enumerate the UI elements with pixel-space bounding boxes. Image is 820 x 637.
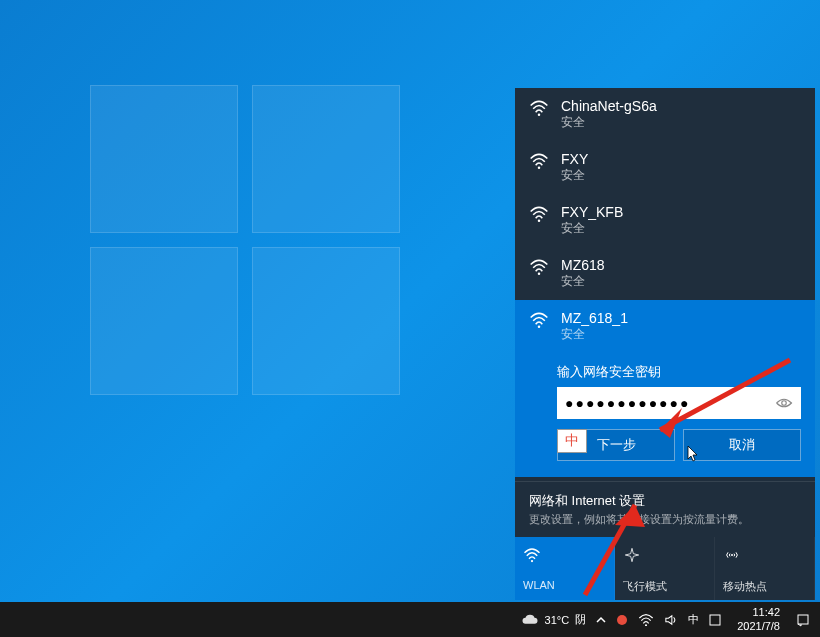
wifi-name: MZ_618_1 <box>561 310 628 326</box>
cloud-icon <box>521 613 539 627</box>
tile-label: WLAN <box>523 579 606 591</box>
system-tray: 31°C 阴 中 11:42 2021/7/8 <box>513 606 818 632</box>
wifi-status: 安全 <box>561 326 628 343</box>
svg-point-7 <box>731 554 733 556</box>
svg-point-6 <box>531 560 533 562</box>
reveal-password-icon[interactable] <box>775 397 793 409</box>
taskbar[interactable]: 31°C 阴 中 11:42 2021/7/8 <box>0 602 820 637</box>
wifi-icon <box>529 153 549 169</box>
cursor-icon <box>687 445 699 463</box>
ime-mode-icon[interactable] <box>709 614 721 626</box>
quick-tiles-row: WLAN 飞行模式 移动热点 <box>515 537 815 600</box>
wlan-tile[interactable]: WLAN <box>515 537 615 600</box>
clock-date: 2021/7/8 <box>737 620 780 633</box>
network-settings-link[interactable]: 网络和 Internet 设置 更改设置，例如将某连接设置为按流量计费。 <box>515 481 815 537</box>
wifi-tray-icon[interactable] <box>638 614 654 626</box>
volume-icon[interactable] <box>664 614 678 626</box>
weather-temp: 31°C <box>545 614 570 626</box>
connect-section: 输入网络安全密钥 ●●●●●●●●●●●● 中 下一步 取消 <box>515 353 815 477</box>
wifi-icon <box>529 206 549 222</box>
password-input[interactable]: ●●●●●●●●●●●● <box>557 387 801 419</box>
wifi-status: 安全 <box>561 167 588 184</box>
wifi-status: 安全 <box>561 273 605 290</box>
wifi-network-item[interactable]: MZ618 安全 <box>515 247 815 300</box>
wifi-status: 安全 <box>561 220 623 237</box>
wifi-name: ChinaNet-gS6a <box>561 98 657 114</box>
settings-title: 网络和 Internet 设置 <box>529 492 801 510</box>
svg-point-1 <box>538 166 541 169</box>
notification-center-icon[interactable] <box>796 613 810 627</box>
taskbar-clock[interactable]: 11:42 2021/7/8 <box>731 606 786 632</box>
clock-time: 11:42 <box>752 606 780 619</box>
windows-logo <box>90 85 400 395</box>
wifi-icon <box>529 100 549 116</box>
wifi-network-item[interactable]: FXY 安全 <box>515 141 815 194</box>
weather-condition: 阴 <box>575 612 586 627</box>
svg-point-13 <box>645 624 647 626</box>
wifi-flyout-panel: ChinaNet-gS6a 安全 FXY 安全 FXY_KFB 安全 MZ618… <box>515 88 815 600</box>
wifi-name: MZ618 <box>561 257 605 273</box>
wifi-icon <box>529 312 549 328</box>
settings-subtitle: 更改设置，例如将某连接设置为按流量计费。 <box>529 512 801 527</box>
svg-point-5 <box>782 401 787 406</box>
tile-label: 飞行模式 <box>623 579 706 594</box>
record-icon[interactable] <box>616 614 628 626</box>
wifi-name: FXY_KFB <box>561 204 623 220</box>
hotspot-icon <box>723 547 741 563</box>
mobile-hotspot-tile[interactable]: 移动热点 <box>715 537 815 600</box>
wifi-network-item[interactable]: ChinaNet-gS6a 安全 <box>515 88 815 141</box>
ime-indicator-badge[interactable]: 中 <box>557 429 587 453</box>
svg-rect-15 <box>798 615 808 624</box>
airplane-mode-tile[interactable]: 飞行模式 <box>615 537 715 600</box>
wifi-status: 安全 <box>561 114 657 131</box>
wifi-network-item-selected[interactable]: MZ_618_1 安全 <box>515 300 815 353</box>
wifi-network-item[interactable]: FXY_KFB 安全 <box>515 194 815 247</box>
weather-widget[interactable]: 31°C 阴 <box>521 612 587 627</box>
password-prompt-label: 输入网络安全密钥 <box>557 363 801 381</box>
ime-language-indicator[interactable]: 中 <box>688 612 699 627</box>
svg-point-0 <box>538 113 541 116</box>
password-masked-value: ●●●●●●●●●●●● <box>565 395 775 411</box>
wifi-name: FXY <box>561 151 588 167</box>
wifi-icon <box>529 259 549 275</box>
airplane-icon <box>623 547 641 563</box>
tray-chevron-icon[interactable] <box>596 615 606 625</box>
svg-point-4 <box>538 325 541 328</box>
svg-rect-14 <box>710 615 720 625</box>
tile-label: 移动热点 <box>723 579 806 594</box>
svg-point-2 <box>538 219 541 222</box>
svg-point-12 <box>617 615 627 625</box>
cancel-button[interactable]: 取消 <box>683 429 801 461</box>
svg-point-3 <box>538 272 541 275</box>
wifi-icon <box>523 547 541 563</box>
